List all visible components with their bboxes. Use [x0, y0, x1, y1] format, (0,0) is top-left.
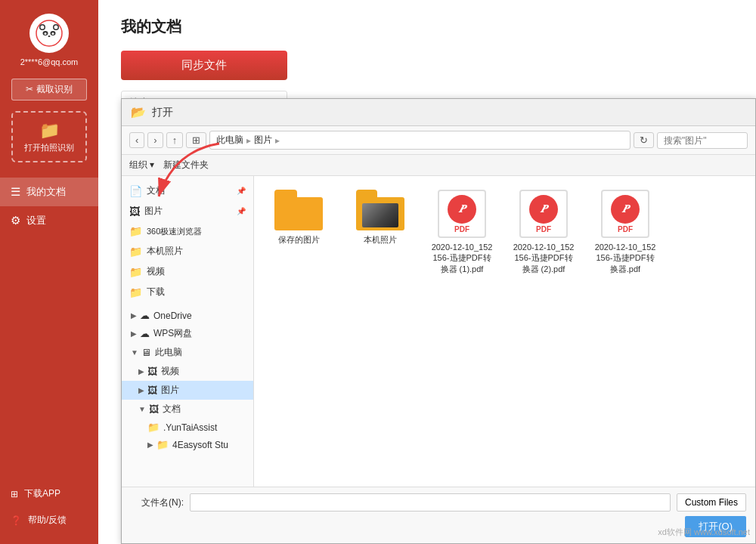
sidebar-bottom: ⊞ 下载APP ❓ 帮助/反馈: [0, 481, 98, 544]
pictures-icon: 🖼: [147, 385, 157, 396]
footer-filename-row: 文件名(N): Custom Files: [131, 493, 746, 512]
expand-icon-docs: ▼: [138, 405, 146, 413]
svg-point-10: [48, 36, 51, 37]
local-photos-icon: 📁: [129, 246, 142, 258]
video-icon: 🖼: [147, 366, 157, 377]
file-name-pdf1: 2020-12-10_152156-迅捷PDF转换器 (1).pdf: [431, 242, 493, 274]
folder-open-icon: 📂: [131, 105, 146, 119]
sidebar-item-my-docs[interactable]: ☰ 我的文档: [0, 178, 98, 206]
svg-point-3: [41, 26, 45, 29]
folder-icon: 📁: [39, 121, 60, 141]
organize-button[interactable]: 组织 ▾: [129, 159, 154, 172]
file-name: 保存的图片: [278, 234, 320, 245]
expand-icon: ▶: [131, 311, 137, 320]
path-computer: 此电脑: [216, 134, 243, 147]
download-folder-icon: 📁: [129, 286, 142, 298]
docs-icon-tree: 🖼: [149, 403, 159, 415]
sidebar-item-local-photos[interactable]: 📁 本机照片: [122, 241, 253, 261]
dialog-search-input[interactable]: [657, 132, 748, 149]
sidebar-tree-4easysoft[interactable]: ▶ 📁 4Easysoft Stu: [122, 436, 253, 453]
4easysoft-icon: 📁: [156, 439, 169, 450]
download-app-button[interactable]: ⊞ 下载APP: [0, 481, 98, 507]
pdf-icon-2: 𝑷 PDF: [519, 190, 568, 238]
sidebar-tree-video[interactable]: ▶ 🖼 视频: [122, 362, 253, 381]
filename-input[interactable]: [190, 493, 671, 512]
extract-icon: ✂: [26, 84, 36, 94]
file-name-local: 本机照片: [364, 234, 397, 245]
wps-icon: ☁: [140, 328, 150, 339]
main-content: 我的文档 同步文件 📂 打开 ‹ › ↑ ⊞ 此电脑 ▸ 图片 ▸ ↻ 组织 ▾: [98, 0, 756, 544]
sidebar: 2****6@qq.com ✂ 截取识别 📁 打开拍照识别 ☰ 我的文档 ⚙ 设…: [0, 0, 98, 544]
svg-point-8: [45, 32, 47, 35]
file-item-saved-pictures[interactable]: 保存的图片: [265, 187, 333, 277]
pictures-folder-icon: 🖼: [129, 206, 140, 218]
refresh-button[interactable]: ↻: [634, 132, 654, 148]
sidebar-item-settings[interactable]: ⚙ 设置: [0, 206, 98, 235]
pin-icon: 📌: [237, 187, 246, 195]
docs-icon: ☰: [11, 185, 20, 199]
footer-action-row: 打开(O): [131, 516, 746, 537]
onedrive-icon: ☁: [140, 310, 150, 321]
folder-360-icon: 📁: [129, 225, 142, 237]
file-open-dialog: 📂 打开 ‹ › ↑ ⊞ 此电脑 ▸ 图片 ▸ ↻ 组织 ▾ 新建文件夹: [121, 98, 756, 544]
sidebar-item-download[interactable]: 📁 下载: [122, 282, 253, 302]
extract-recognize-button[interactable]: ✂ 截取识别: [11, 79, 87, 100]
sidebar-tree-onedrive[interactable]: ▶ ☁ OneDrive: [122, 307, 253, 324]
expand-icon-pictures: ▶: [138, 386, 144, 394]
sidebar-item-docs[interactable]: 📄 文档 📌: [122, 181, 253, 201]
dialog-sidebar: 📄 文档 📌 🖼 图片 📌 📁 360极速浏览器 📁 本机照片: [122, 176, 254, 487]
open-camera-button[interactable]: 📁 打开拍照识别: [11, 111, 87, 162]
sidebar-username: 2****6@qq.com: [20, 57, 79, 66]
file-item-local-photos[interactable]: 本机照片: [346, 187, 414, 277]
download-icon: ⊞: [11, 489, 18, 499]
dialog-toolbar: ‹ › ↑ ⊞ 此电脑 ▸ 图片 ▸ ↻: [122, 126, 755, 155]
help-feedback-button[interactable]: ❓ 帮助/反馈: [0, 507, 98, 533]
dialog-titlebar: 📂 打开: [122, 99, 755, 126]
pdf-icon-1: 𝑷 PDF: [438, 190, 486, 238]
help-icon: ❓: [11, 515, 22, 526]
view-toggle-button[interactable]: ⊞: [186, 132, 206, 148]
sidebar-item-pictures[interactable]: 🖼 图片 📌: [122, 201, 253, 221]
expand-icon-video: ▶: [138, 367, 144, 376]
path-pictures: 图片: [254, 134, 272, 147]
sidebar-tree-docs[interactable]: ▼ 🖼 文档: [122, 400, 253, 419]
sidebar-tree-yuntai[interactable]: 📁 .YunTaiAssist: [122, 419, 253, 436]
custom-files-button[interactable]: Custom Files: [677, 493, 746, 512]
sidebar-nav: ☰ 我的文档 ⚙ 设置: [0, 178, 98, 235]
sidebar-tree-wps[interactable]: ▶ ☁ WPS网盘: [122, 324, 253, 343]
svg-point-5: [54, 26, 58, 29]
filename-label: 文件名(N):: [131, 496, 184, 509]
folder-large-icon: [274, 190, 323, 230]
sidebar-tree-pictures[interactable]: ▶ 🖼 图片: [122, 381, 253, 400]
sidebar-tree-thispc[interactable]: ▼ 🖥 此电脑: [122, 343, 253, 362]
file-item-pdf1[interactable]: 𝑷 PDF 2020-12-10_152156-迅捷PDF转换器 (1).pdf: [428, 187, 496, 277]
pdf-icon-3: 𝑷 PDF: [601, 190, 649, 238]
yuntai-icon: 📁: [147, 422, 160, 433]
sync-files-button[interactable]: 同步文件: [121, 51, 287, 80]
computer-icon: 🖥: [141, 347, 151, 358]
sidebar-item-video[interactable]: 📁 视频: [122, 261, 253, 282]
dialog-body: 📄 文档 📌 🖼 图片 📌 📁 360极速浏览器 📁 本机照片: [122, 176, 755, 487]
page-title: 我的文档: [121, 17, 733, 37]
svg-point-9: [52, 32, 54, 35]
settings-icon: ⚙: [11, 214, 20, 227]
watermark: xd软件网 www.xdsoft.net: [658, 527, 750, 538]
file-item-pdf3[interactable]: 𝑷 PDF 2020-12-10_152156-迅捷PDF转换器.pdf: [591, 187, 659, 277]
file-name-pdf2: 2020-12-10_152156-迅捷PDF转换器 (2).pdf: [513, 242, 575, 274]
video-folder-icon: 📁: [129, 266, 142, 278]
dialog-main-area: 保存的图片 本机照片: [254, 176, 755, 487]
docs-folder-icon: 📄: [129, 185, 142, 197]
file-item-pdf2[interactable]: 𝑷 PDF 2020-12-10_152156-迅捷PDF转换器 (2).pdf: [510, 187, 578, 277]
sidebar-item-360browser[interactable]: 📁 360极速浏览器: [122, 221, 253, 241]
pin-icon-2: 📌: [237, 207, 246, 215]
expand-icon-wps: ▶: [131, 329, 137, 338]
avatar: [29, 14, 69, 53]
forward-button[interactable]: ›: [147, 132, 163, 148]
folder-with-photo-icon: [356, 190, 404, 230]
up-button[interactable]: ↑: [166, 132, 184, 148]
back-button[interactable]: ‹: [129, 132, 144, 148]
expand-icon-pc: ▼: [131, 348, 138, 357]
expand-icon-4easy: ▶: [147, 440, 153, 449]
file-name-pdf3: 2020-12-10_152156-迅捷PDF转换器.pdf: [594, 242, 656, 274]
new-folder-button[interactable]: 新建文件夹: [163, 159, 209, 172]
